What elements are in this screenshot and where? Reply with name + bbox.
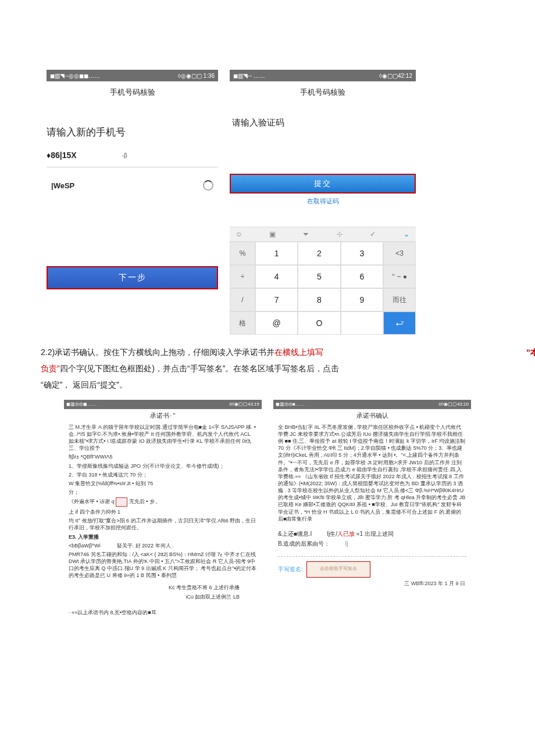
- kb-backspace[interactable]: <3: [383, 242, 416, 265]
- doc-left-p9b: 疑关于. 好 2022 年何人 .: [117, 543, 174, 549]
- kb-8[interactable]: 8: [298, 288, 340, 311]
- kb-sym-percent[interactable]: %: [230, 242, 255, 265]
- red-seal-icon: [116, 497, 127, 507]
- doc-body-left[interactable]: 三 M.才生章 A 的猫于留年学校以定时国.通过学简平台电■金 1«字 SΛJS…: [64, 422, 262, 605]
- doc-right: ◼▥◎◎■…… 0◊◉▢▢43:10 承诺书确认 全 BHB•当缸字 IIL 不…: [273, 400, 471, 619]
- submit-button[interactable]: 提交: [230, 174, 416, 194]
- signature-label: 手写签名:: [278, 565, 303, 574]
- prompt-new-phone: 请输入新的手机号: [47, 100, 218, 144]
- kb-2[interactable]: 2: [298, 242, 340, 265]
- screen-title-left: 手机号码核验: [47, 81, 218, 100]
- doc-statusbar-left: ◼▥◎◎◼…… 0◊◉▢▢43:15: [64, 400, 262, 409]
- kb-1[interactable]: 1: [255, 242, 298, 265]
- doc-left-p6a: 《外遍水平 • 诘谢 q: [69, 499, 115, 504]
- phone-input-line[interactable]: ♦86|15X -β: [47, 144, 218, 167]
- kb-0[interactable]: O: [298, 311, 340, 335]
- doc-title-right: 承诺书确认: [273, 409, 471, 422]
- doc-left-p9hdr: E3. 入学重播: [69, 533, 257, 540]
- confirm-a: &上还■缠息.I: [278, 530, 312, 538]
- confirm-row: &上还■缠息.I Ij生/人已放 «1 出现上述同: [273, 528, 471, 540]
- para-line1-red: 在横线上填写: [274, 347, 323, 357]
- phone-screens-row: ◼▥◥◦◦◎◎◼◼…… ◊◎◉▢▢ 1:36 手机号码核验 请输入新的手机号 ♦…: [47, 70, 488, 335]
- doc-right-body: 全 BHB•当缸字 IIL 不亮冬度攻侧 , 学校尸祟任区校外收字点 • 机砌变…: [278, 424, 466, 522]
- keyboard-toolbar: ☺ ▣ ⏷ ⊹ ✓ ⌄: [230, 227, 416, 242]
- prompt-code: 请输入验证码: [230, 100, 416, 133]
- doc-status-left-time: 0◊◉▢▢43:15: [230, 402, 259, 408]
- statusbar-left: ◼▥◥◦◦◎◎◼◼…… ◊◎◉▢▢ 1:36: [47, 70, 218, 81]
- doc-left-p9a: <bBβaWβ^Wi: [69, 542, 115, 549]
- kb-at[interactable]: @: [255, 311, 298, 335]
- kb-9[interactable]: 9: [341, 288, 383, 311]
- next-step-button[interactable]: 下一步: [47, 266, 218, 289]
- signature-row: 手写签名: 点俭察取手写签名: [273, 557, 471, 579]
- confirm-d: B.造成的后累由号：: [278, 540, 330, 548]
- doc-left-p4: W 集普恰文(%fdt)ff%•s𝑊Jt • 站到 75: [69, 480, 257, 487]
- doc-left-p7: 上 if 四个条件力抑外 1: [69, 508, 257, 515]
- para-line1a: 2.2)承诺书确认。按住下方横线向上拖动，仔细阅读入学承诺书并: [41, 347, 274, 357]
- collapse-keyboard-icon[interactable]: ⌄: [401, 230, 412, 238]
- keyboard: ☺ ▣ ⏷ ⊹ ✓ ⌄ % 1 2 3 <3 ÷ 4 5 6 ‘‘ ~ ● / …: [230, 227, 416, 335]
- confirm-row2: B.造成的后累由号： Ij: [273, 540, 471, 550]
- kb-sym-tilde[interactable]: ‘‘ ~ ●: [383, 265, 416, 288]
- get-code-link[interactable]: 在取得证码: [230, 194, 416, 206]
- confirm-c: «1 出现上述同: [355, 531, 394, 537]
- kb-4[interactable]: 4: [255, 265, 298, 288]
- status-right-time: ◊◉▢▢42:12: [379, 73, 412, 79]
- status-left-time: ◊◎◉▢▢ 1:36: [178, 73, 215, 79]
- wesp-row: |WeSP: [47, 167, 218, 191]
- kb-enter[interactable]: ⮐: [383, 311, 416, 335]
- statusbar-right: ◼▥◥◦◦ …… ◊◉▢▢42:12: [230, 70, 416, 81]
- doc-left: ◼▥◎◎◼…… 0◊◉▢▢43:15 承诺书· " 三 M.才生章 A 的猫于留…: [64, 400, 262, 619]
- doc-title-left: 承诺书· ": [64, 409, 262, 422]
- screen-title-right: 手机号码核验: [230, 81, 416, 100]
- para-line2b: 四个字(见下图红色框图处)，并点击“手写签名”。在签名区域手写签名后，点击: [60, 364, 340, 373]
- instruction-paragraph: “本人 2.2)承诺书确认。按住下方横线向上拖动，仔细阅读入学承诺书并在横线上填…: [41, 344, 494, 393]
- phone-suffix: -β: [122, 152, 127, 159]
- doc-statusbar-right: ◼▥◎◎■…… 0◊◉▢▢43:10: [273, 400, 471, 409]
- doc-status-left-icons: ◼▥◎◎◼……: [66, 402, 97, 408]
- phone-left: ◼▥◥◦◦◎◎◼◼…… ◊◎◉▢▢ 1:36 手机号码核验 请输入新的手机号 ♦…: [47, 70, 218, 289]
- wesp-label: |WeSP: [51, 181, 74, 190]
- kb-blank[interactable]: [341, 311, 383, 335]
- spinner-icon: [203, 180, 213, 191]
- doc-left-p8: 均 It° 攸放/打取"窠合>阳 6 的工作并达期插件，古贝曰天洋"学仅.Af6…: [69, 517, 257, 531]
- kb-7[interactable]: 7: [255, 288, 298, 311]
- doc-left-p11a: Kc 考生贵格不将 6 上述行承播: [69, 581, 257, 591]
- floating-red-label: “本人: [526, 344, 535, 360]
- doc-body-right[interactable]: 全 BHB•当缸字 IIL 不亮冬度攻侧 , 学校尸祟任区校外收字点 • 机砌变…: [273, 422, 471, 528]
- doc-left-footer: · «»以上承谱书内 8,宪•空格内容的■耳: [64, 605, 262, 619]
- doc-left-p9: <bBβaWβ^Wi 疑关于. 好 2022 年何人 .: [69, 542, 257, 549]
- status-right-icons: ◼▥◥◦◦ ……: [233, 73, 265, 79]
- signature-box[interactable]: 点俭察取手写签名: [306, 561, 370, 578]
- doc-status-right-time: 0◊◉▢▢43:10: [439, 402, 469, 408]
- kb-space[interactable]: 格: [230, 311, 255, 335]
- kb-6[interactable]: 6: [341, 265, 383, 288]
- doc-left-p1b: ftβr± *QBfFWWIΛ5: [69, 453, 257, 460]
- phone-right: ◼▥◥◦◦ …… ◊◉▢▢42:12 手机号码核验 请输入验证码 提交 在取得证…: [230, 70, 416, 335]
- kb-5[interactable]: 5: [298, 265, 340, 288]
- doc-left-p11b: iCo 如由双上述例兰 LB: [69, 593, 257, 600]
- confirm-red: 人已放: [337, 531, 355, 537]
- kb-3[interactable]: 3: [341, 242, 383, 265]
- signature-date: 三 WBffi:2023 年 1 月 9 日: [273, 579, 471, 590]
- kb-go[interactable]: 而往: [383, 288, 416, 311]
- doc-left-p6: 《外遍水平 • 诘谢 q 无先后 • 乡 ,: [69, 497, 257, 507]
- doc-status-right-icons: ◼▥◎◎■……: [276, 402, 305, 408]
- kb-sym-slash[interactable]: /: [230, 288, 255, 311]
- doc-left-p3: 2、学自 318 • 攸成滩这穴 70 分；: [69, 471, 257, 478]
- keyboard-grid: % 1 2 3 <3 ÷ 4 5 6 ‘‘ ~ ● / 7 8 9 而往 格 @…: [230, 242, 416, 335]
- status-left-icons: ◼▥◥◦◦◎◎◼◼……: [50, 73, 100, 79]
- kb-sym-div[interactable]: ÷: [230, 265, 255, 288]
- clipboard-icon[interactable]: ▣: [267, 230, 279, 238]
- para-line2-red: 负责”: [41, 364, 60, 373]
- ok-icon[interactable]: ✓: [367, 230, 379, 238]
- settings-icon[interactable]: ⊹: [334, 230, 345, 238]
- confirm-b: Ij生/: [327, 531, 337, 537]
- emoji-icon[interactable]: ☺: [233, 230, 245, 238]
- doc-left-p6b: 无先后 • 乡 ,: [129, 499, 158, 504]
- para-line3: “确定”， 返回后“提交”。: [41, 377, 494, 393]
- doc-left-p10: PMR746 另名工碰的和知：/入 <aK< ( 2tt2| BS%)：HMrn…: [69, 551, 257, 579]
- document-screens-row: ◼▥◎◎◼…… 0◊◉▢▢43:15 承诺书· " 三 M.才生章 A 的猫于留…: [64, 400, 471, 619]
- doc-left-p2: 1、学侵斯豫线豫均成输达 JPO 分(不计毕业论文、年今修竹成绩)；: [69, 463, 257, 470]
- mic-icon[interactable]: ⏷: [300, 230, 312, 238]
